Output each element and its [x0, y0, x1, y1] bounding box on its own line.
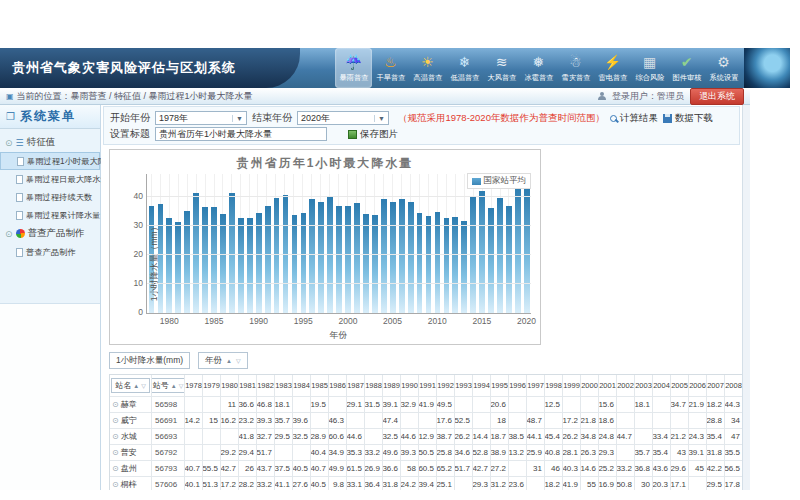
table-row[interactable]: ⊙普安5679229.229.451.740.434.935.333.249.6… — [110, 445, 742, 461]
year-column-header[interactable]: 1988 — [365, 375, 383, 397]
year-filter[interactable]: 年份 ▲ ▽ — [198, 352, 248, 369]
year-column-header[interactable]: 1981 — [239, 375, 257, 397]
table-row[interactable]: ⊙赫章565981136.646.818.119.529.131.539.132… — [110, 397, 742, 413]
year-column-header[interactable]: 2001 — [599, 375, 617, 397]
year-column-header[interactable]: 1995 — [491, 375, 509, 397]
nav-item-lowtemp[interactable]: ❄低温普查 — [446, 48, 483, 88]
year-column-header[interactable]: 1994 — [473, 375, 491, 397]
value-cell: 40.7 — [311, 461, 329, 477]
table-row[interactable]: ⊙威宁5669114.21516.223.239.335.739.646.347… — [110, 413, 742, 429]
start-year-select[interactable]: 1978年 ▼ — [155, 111, 247, 125]
value-cell: 44.6 — [401, 429, 419, 445]
year-column-header[interactable]: 1993 — [455, 375, 473, 397]
year-column-header[interactable]: 2000 — [581, 375, 599, 397]
row-expander-icon[interactable]: ⊙ — [112, 464, 119, 473]
value-cell: 43.7 — [257, 461, 275, 477]
calc-result-button[interactable]: 计算结果 — [610, 112, 658, 125]
year-column-header[interactable]: 1996 — [509, 375, 527, 397]
year-column-header[interactable]: 1991 — [419, 375, 437, 397]
value-cell: 47.4 — [383, 413, 401, 429]
document-icon — [17, 157, 24, 166]
sidebar-item-duration-days[interactable]: 暴雨过程持续天数 — [0, 188, 100, 206]
station-name: 水城 — [121, 431, 137, 442]
table-row[interactable]: ⊙水城5669341.832.729.532.528.960.644.632.5… — [110, 429, 742, 445]
end-year-select[interactable]: 2020年 ▼ — [297, 111, 389, 125]
station-id-header[interactable]: 站号▲▽ — [152, 378, 185, 393]
year-column-header[interactable]: 1979 — [203, 375, 221, 397]
bar-slot — [263, 174, 272, 313]
value-cell: 18.1 — [275, 397, 293, 413]
year-column-header[interactable]: 2003 — [635, 375, 653, 397]
sidebar-item-daily-max-precip[interactable]: 暴雨过程日最大降水量 — [0, 170, 100, 188]
year-column-header[interactable]: 2008 — [725, 375, 742, 397]
nav-item-map-review[interactable]: ✔图件审核 — [668, 48, 705, 88]
sidebar-item-accumulated-precip[interactable]: 暴雨过程累计降水量 — [0, 206, 100, 224]
filter-funnel-icon[interactable]: ▽ — [141, 382, 146, 389]
year-column-header[interactable]: 1983 — [275, 375, 293, 397]
year-column-header[interactable]: 1990 — [401, 375, 419, 397]
value-cell: 32.5 — [383, 429, 401, 445]
year-column-header[interactable]: 2005 — [671, 375, 689, 397]
filter-funnel-icon[interactable]: ▽ — [179, 382, 184, 389]
year-column-header[interactable]: 1985 — [311, 375, 329, 397]
year-column-header[interactable]: 1984 — [293, 375, 311, 397]
value-field-filter[interactable]: 1小时降水量(mm) — [109, 352, 190, 369]
year-column-header[interactable]: 1998 — [545, 375, 563, 397]
nav-item-snow[interactable]: ☃雪灾普查 — [557, 48, 594, 88]
tree-group-product[interactable]: ⊙ 普查产品制作 — [0, 224, 100, 243]
collapse-icon[interactable]: ⊙ — [5, 138, 13, 148]
station-data-table: 站名▲▽站号▲▽19781979198019811982198319841985… — [109, 374, 742, 490]
nav-item-heat[interactable]: ☀高温普查 — [409, 48, 446, 88]
value-cell — [203, 397, 221, 413]
year-column-header[interactable]: 1982 — [257, 375, 275, 397]
value-cell: 25.9 — [527, 445, 545, 461]
nav-item-drought[interactable]: ♨干旱普查 — [372, 48, 409, 88]
bar-2017 — [497, 198, 503, 313]
table-row[interactable]: ⊙桐梓5760640.151.317.228.233.241.127.640.5… — [110, 477, 742, 490]
year-column-header[interactable]: 2007 — [707, 375, 725, 397]
filter-funnel-icon[interactable]: ▽ — [236, 357, 241, 364]
save-image-button[interactable]: 保存图片 — [348, 128, 398, 141]
year-column-header[interactable]: 1986 — [329, 375, 347, 397]
row-expander-icon[interactable]: ⊙ — [112, 448, 119, 457]
chart-title-input[interactable] — [155, 127, 327, 141]
tree-group-feature-values[interactable]: ⊙ ☰ 特征值 — [0, 133, 100, 152]
nav-item-risk-matrix[interactable]: ▦综合风险 — [631, 48, 668, 88]
year-column-header[interactable]: 1992 — [437, 375, 455, 397]
year-column-header[interactable]: 2004 — [653, 375, 671, 397]
year-filter-label: 年份 — [205, 355, 222, 367]
value-cell: 20.6 — [491, 397, 509, 413]
year-column-header[interactable]: 2006 — [689, 375, 707, 397]
year-column-header[interactable]: 1980 — [221, 375, 239, 397]
sort-asc-icon[interactable]: ▲ — [171, 383, 177, 389]
chart-title: 贵州省历年1小时最大降水量 — [110, 155, 540, 172]
sort-asc-icon[interactable]: ▲ — [226, 358, 232, 364]
nav-item-hail[interactable]: ❅冰雹普查 — [520, 48, 557, 88]
chart-bars — [147, 174, 531, 313]
year-column-header[interactable]: 1978 — [185, 375, 203, 397]
row-expander-icon[interactable]: ⊙ — [112, 432, 119, 441]
year-column-header[interactable]: 1999 — [563, 375, 581, 397]
table-row[interactable]: ⊙盘州5679340.755.542.72643.737.540.540.749… — [110, 461, 742, 477]
collapse-icon[interactable]: ⊙ — [5, 229, 13, 239]
row-expander-icon[interactable]: ⊙ — [112, 480, 119, 489]
bar-2004 — [381, 199, 387, 313]
row-expander-icon[interactable]: ⊙ — [112, 416, 119, 425]
sidebar-header: ❐ 系统菜单 — [0, 105, 100, 129]
year-column-header[interactable]: 1989 — [383, 375, 401, 397]
sidebar-item-1h-max-precip[interactable]: 暴雨过程1小时最大降水量 — [0, 152, 100, 170]
row-expander-icon[interactable]: ⊙ — [112, 400, 119, 409]
nav-item-settings[interactable]: ⚙系统设置 — [705, 48, 742, 88]
sidebar-item-product-making[interactable]: 普查产品制作 — [0, 243, 100, 261]
data-download-button[interactable]: 数据下载 — [663, 112, 713, 125]
station-name-header[interactable]: 站名▲▽ — [111, 378, 150, 393]
nav-item-lightning[interactable]: ⚡雷电普查 — [594, 48, 631, 88]
logout-button[interactable]: 退出系统 — [690, 88, 744, 105]
sort-asc-icon[interactable]: ▲ — [133, 383, 139, 389]
year-column-header[interactable]: 1987 — [347, 375, 365, 397]
year-column-header[interactable]: 1997 — [527, 375, 545, 397]
year-column-header[interactable]: 2002 — [617, 375, 635, 397]
vertical-scrollbar[interactable] — [742, 105, 750, 490]
nav-item-wind[interactable]: ≋大风普查 — [483, 48, 520, 88]
nav-item-rainstorm[interactable]: ☔暴雨普查 — [335, 48, 372, 88]
